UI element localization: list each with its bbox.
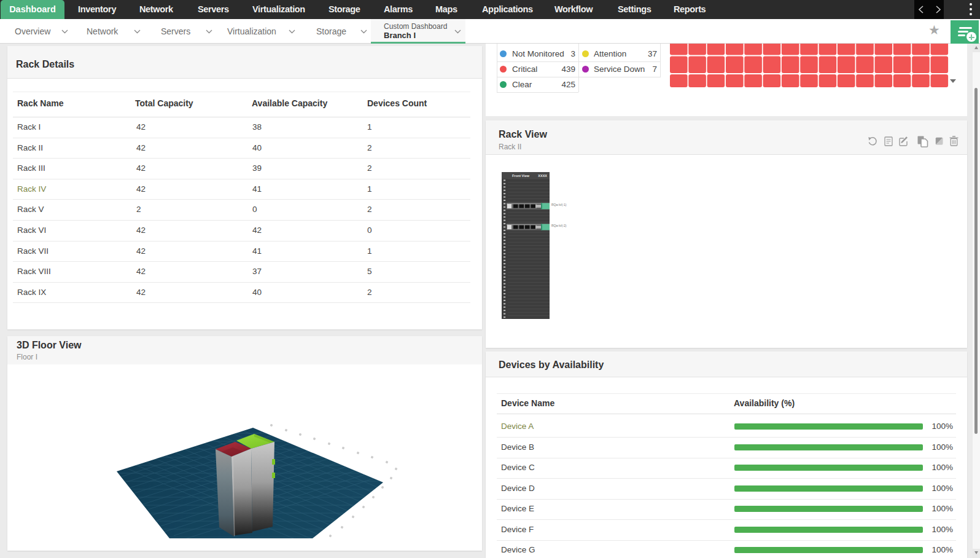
svg-text:XXXX: XXXX	[538, 174, 547, 178]
svg-text:Front View: Front View	[512, 174, 530, 178]
svg-text:RQa-lvl(-1): RQa-lvl(-1)	[551, 203, 567, 206]
svg-text:RQa-lvl(-2): RQa-lvl(-2)	[551, 224, 567, 227]
